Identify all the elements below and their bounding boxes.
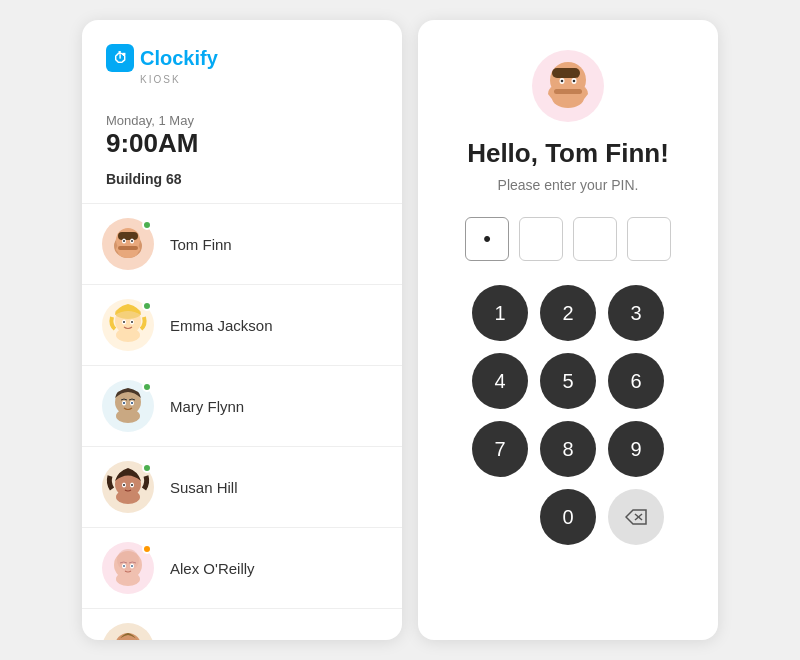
- hello-greeting: Hello, Tom Finn!: [467, 138, 669, 169]
- pin-fields: •: [465, 217, 671, 261]
- status-dot-alex: [142, 544, 152, 554]
- right-panel: Hello, Tom Finn! Please enter your PIN. …: [418, 20, 718, 640]
- user-list: Tom Finn: [82, 203, 402, 640]
- svg-point-6: [123, 240, 125, 242]
- key-1[interactable]: 1: [472, 285, 528, 341]
- left-panel: ⏱ Clockify KIOSK Monday, 1 May 9:00AM Bu…: [82, 20, 402, 640]
- svg-point-33: [123, 565, 125, 567]
- avatar-wrapper: [102, 623, 154, 640]
- pin-box-1[interactable]: •: [465, 217, 509, 261]
- svg-point-26: [123, 484, 125, 486]
- status-dot-susan: [142, 463, 152, 473]
- svg-point-14: [123, 321, 125, 323]
- user-name-emma: Emma Jackson: [170, 317, 273, 334]
- key-6[interactable]: 6: [608, 353, 664, 409]
- pin-keypad: 1 2 3 4 5 6 7 8 9 0: [472, 285, 664, 545]
- selected-user-avatar: [532, 50, 604, 122]
- key-9[interactable]: 9: [608, 421, 664, 477]
- svg-point-27: [131, 484, 133, 486]
- svg-rect-48: [554, 89, 582, 94]
- user-item-mary-flynn[interactable]: Mary Flynn: [82, 365, 402, 446]
- user-item-susan-hill[interactable]: Susan Hill: [82, 446, 402, 527]
- key-4[interactable]: 4: [472, 353, 528, 409]
- pin-box-3[interactable]: [573, 217, 617, 261]
- user-name-mary: Mary Flynn: [170, 398, 244, 415]
- status-dot-tom: [142, 220, 152, 230]
- kiosk-label: KIOSK: [140, 74, 378, 85]
- avatar-wrapper: [102, 542, 154, 594]
- app-name: Clockify: [140, 47, 218, 70]
- key-3[interactable]: 3: [608, 285, 664, 341]
- user-name-alex: Alex O'Reilly: [170, 560, 255, 577]
- svg-point-7: [131, 240, 133, 242]
- pin-box-2[interactable]: [519, 217, 563, 261]
- key-8[interactable]: 8: [540, 421, 596, 477]
- logo-section: ⏱ Clockify KIOSK: [82, 20, 402, 97]
- avatar-wrapper: [102, 218, 154, 270]
- status-dot-emma: [142, 301, 152, 311]
- svg-point-46: [561, 80, 564, 83]
- svg-point-29: [116, 572, 140, 586]
- avatar-wrapper: [102, 461, 154, 513]
- date-display: Monday, 1 May: [106, 113, 378, 128]
- svg-point-10: [116, 328, 140, 342]
- status-dot-mary: [142, 382, 152, 392]
- key-0[interactable]: 0: [540, 489, 596, 545]
- svg-point-30: [117, 549, 139, 571]
- user-item-tom-finn[interactable]: Tom Finn: [82, 203, 402, 284]
- user-item-emma-jackson[interactable]: Emma Jackson: [82, 284, 402, 365]
- location-display: Building 68: [106, 171, 378, 187]
- user-name-tom-finn: Tom Finn: [170, 236, 232, 253]
- key-7[interactable]: 7: [472, 421, 528, 477]
- avatar-wrapper: [102, 380, 154, 432]
- avatar-wrapper: [102, 299, 154, 351]
- svg-point-17: [116, 409, 140, 423]
- key-spacer: [472, 489, 528, 545]
- time-section: Monday, 1 May 9:00AM Building 68: [82, 97, 402, 203]
- svg-point-15: [131, 321, 133, 323]
- avatar-mark: [102, 623, 154, 640]
- svg-point-34: [131, 565, 133, 567]
- pin-box-4[interactable]: [627, 217, 671, 261]
- key-5[interactable]: 5: [540, 353, 596, 409]
- svg-point-23: [116, 490, 140, 504]
- logo-icon: ⏱: [106, 44, 134, 72]
- svg-rect-3: [118, 232, 138, 240]
- pin-prompt-text: Please enter your PIN.: [498, 177, 639, 193]
- svg-point-20: [123, 402, 125, 404]
- user-name-susan: Susan Hill: [170, 479, 238, 496]
- svg-rect-8: [118, 246, 138, 250]
- key-backspace[interactable]: [608, 489, 664, 545]
- app-logo: ⏱ Clockify: [106, 44, 378, 72]
- user-item-mark-turner[interactable]: Mark Turner: [82, 608, 402, 640]
- time-display: 9:00AM: [106, 128, 378, 159]
- user-item-alex-oreilly[interactable]: Alex O'Reilly: [82, 527, 402, 608]
- svg-point-21: [131, 402, 133, 404]
- key-2[interactable]: 2: [540, 285, 596, 341]
- svg-point-47: [573, 80, 576, 83]
